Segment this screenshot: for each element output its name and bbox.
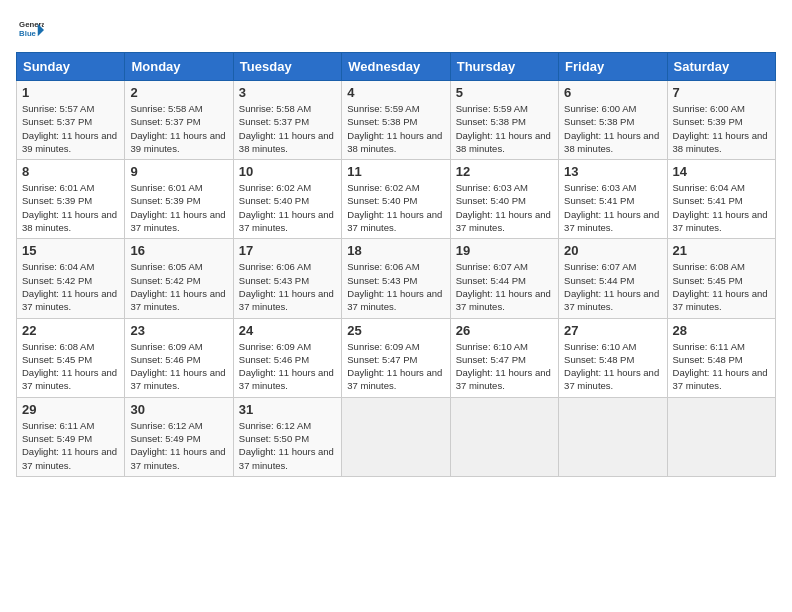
day-info: Sunrise: 6:00 AMSunset: 5:38 PMDaylight:…: [564, 102, 661, 155]
calendar-week-4: 22Sunrise: 6:08 AMSunset: 5:45 PMDayligh…: [17, 318, 776, 397]
calendar-cell: 5Sunrise: 5:59 AMSunset: 5:38 PMDaylight…: [450, 81, 558, 160]
day-number: 6: [564, 85, 661, 100]
day-number: 17: [239, 243, 336, 258]
day-number: 20: [564, 243, 661, 258]
day-info: Sunrise: 6:09 AMSunset: 5:46 PMDaylight:…: [239, 340, 336, 393]
day-number: 26: [456, 323, 553, 338]
weekday-header-sunday: Sunday: [17, 53, 125, 81]
day-info: Sunrise: 6:03 AMSunset: 5:40 PMDaylight:…: [456, 181, 553, 234]
day-number: 4: [347, 85, 444, 100]
day-info: Sunrise: 6:10 AMSunset: 5:48 PMDaylight:…: [564, 340, 661, 393]
day-number: 22: [22, 323, 119, 338]
day-number: 8: [22, 164, 119, 179]
day-number: 31: [239, 402, 336, 417]
calendar-cell: 18Sunrise: 6:06 AMSunset: 5:43 PMDayligh…: [342, 239, 450, 318]
weekday-header-tuesday: Tuesday: [233, 53, 341, 81]
calendar-cell: 4Sunrise: 5:59 AMSunset: 5:38 PMDaylight…: [342, 81, 450, 160]
day-number: 25: [347, 323, 444, 338]
day-number: 5: [456, 85, 553, 100]
day-number: 9: [130, 164, 227, 179]
day-info: Sunrise: 6:01 AMSunset: 5:39 PMDaylight:…: [22, 181, 119, 234]
logo-icon: General Blue: [16, 16, 44, 44]
day-info: Sunrise: 5:59 AMSunset: 5:38 PMDaylight:…: [347, 102, 444, 155]
day-info: Sunrise: 6:12 AMSunset: 5:49 PMDaylight:…: [130, 419, 227, 472]
calendar-cell: 28Sunrise: 6:11 AMSunset: 5:48 PMDayligh…: [667, 318, 775, 397]
day-number: 7: [673, 85, 770, 100]
day-info: Sunrise: 5:58 AMSunset: 5:37 PMDaylight:…: [239, 102, 336, 155]
calendar-cell: 20Sunrise: 6:07 AMSunset: 5:44 PMDayligh…: [559, 239, 667, 318]
day-number: 10: [239, 164, 336, 179]
day-info: Sunrise: 6:10 AMSunset: 5:47 PMDaylight:…: [456, 340, 553, 393]
day-number: 15: [22, 243, 119, 258]
page-header: General Blue: [16, 16, 776, 44]
calendar-cell: 30Sunrise: 6:12 AMSunset: 5:49 PMDayligh…: [125, 397, 233, 476]
day-number: 2: [130, 85, 227, 100]
calendar-cell: 14Sunrise: 6:04 AMSunset: 5:41 PMDayligh…: [667, 160, 775, 239]
day-info: Sunrise: 6:02 AMSunset: 5:40 PMDaylight:…: [347, 181, 444, 234]
calendar-cell: [342, 397, 450, 476]
day-number: 30: [130, 402, 227, 417]
day-info: Sunrise: 6:11 AMSunset: 5:48 PMDaylight:…: [673, 340, 770, 393]
day-info: Sunrise: 6:00 AMSunset: 5:39 PMDaylight:…: [673, 102, 770, 155]
calendar-cell: 25Sunrise: 6:09 AMSunset: 5:47 PMDayligh…: [342, 318, 450, 397]
day-info: Sunrise: 6:02 AMSunset: 5:40 PMDaylight:…: [239, 181, 336, 234]
day-number: 3: [239, 85, 336, 100]
day-number: 23: [130, 323, 227, 338]
calendar-table: SundayMondayTuesdayWednesdayThursdayFrid…: [16, 52, 776, 477]
calendar-cell: 1Sunrise: 5:57 AMSunset: 5:37 PMDaylight…: [17, 81, 125, 160]
day-info: Sunrise: 6:06 AMSunset: 5:43 PMDaylight:…: [239, 260, 336, 313]
day-number: 21: [673, 243, 770, 258]
day-number: 28: [673, 323, 770, 338]
svg-text:Blue: Blue: [19, 29, 37, 38]
calendar-cell: 21Sunrise: 6:08 AMSunset: 5:45 PMDayligh…: [667, 239, 775, 318]
weekday-header-monday: Monday: [125, 53, 233, 81]
calendar-cell: 11Sunrise: 6:02 AMSunset: 5:40 PMDayligh…: [342, 160, 450, 239]
weekday-header-wednesday: Wednesday: [342, 53, 450, 81]
day-info: Sunrise: 6:08 AMSunset: 5:45 PMDaylight:…: [673, 260, 770, 313]
day-number: 16: [130, 243, 227, 258]
calendar-cell: 15Sunrise: 6:04 AMSunset: 5:42 PMDayligh…: [17, 239, 125, 318]
day-number: 1: [22, 85, 119, 100]
day-info: Sunrise: 6:12 AMSunset: 5:50 PMDaylight:…: [239, 419, 336, 472]
day-info: Sunrise: 6:11 AMSunset: 5:49 PMDaylight:…: [22, 419, 119, 472]
calendar-week-1: 1Sunrise: 5:57 AMSunset: 5:37 PMDaylight…: [17, 81, 776, 160]
calendar-week-2: 8Sunrise: 6:01 AMSunset: 5:39 PMDaylight…: [17, 160, 776, 239]
day-info: Sunrise: 6:05 AMSunset: 5:42 PMDaylight:…: [130, 260, 227, 313]
day-info: Sunrise: 6:01 AMSunset: 5:39 PMDaylight:…: [130, 181, 227, 234]
calendar-cell: 26Sunrise: 6:10 AMSunset: 5:47 PMDayligh…: [450, 318, 558, 397]
day-info: Sunrise: 5:59 AMSunset: 5:38 PMDaylight:…: [456, 102, 553, 155]
calendar-cell: 23Sunrise: 6:09 AMSunset: 5:46 PMDayligh…: [125, 318, 233, 397]
day-info: Sunrise: 5:57 AMSunset: 5:37 PMDaylight:…: [22, 102, 119, 155]
calendar-cell: 8Sunrise: 6:01 AMSunset: 5:39 PMDaylight…: [17, 160, 125, 239]
calendar-cell: [559, 397, 667, 476]
day-number: 13: [564, 164, 661, 179]
day-info: Sunrise: 6:06 AMSunset: 5:43 PMDaylight:…: [347, 260, 444, 313]
weekday-header-saturday: Saturday: [667, 53, 775, 81]
day-info: Sunrise: 6:08 AMSunset: 5:45 PMDaylight:…: [22, 340, 119, 393]
day-number: 11: [347, 164, 444, 179]
calendar-cell: 2Sunrise: 5:58 AMSunset: 5:37 PMDaylight…: [125, 81, 233, 160]
day-info: Sunrise: 5:58 AMSunset: 5:37 PMDaylight:…: [130, 102, 227, 155]
day-number: 18: [347, 243, 444, 258]
calendar-cell: 7Sunrise: 6:00 AMSunset: 5:39 PMDaylight…: [667, 81, 775, 160]
day-info: Sunrise: 6:07 AMSunset: 5:44 PMDaylight:…: [456, 260, 553, 313]
day-info: Sunrise: 6:04 AMSunset: 5:41 PMDaylight:…: [673, 181, 770, 234]
day-number: 24: [239, 323, 336, 338]
calendar-cell: 12Sunrise: 6:03 AMSunset: 5:40 PMDayligh…: [450, 160, 558, 239]
calendar-week-3: 15Sunrise: 6:04 AMSunset: 5:42 PMDayligh…: [17, 239, 776, 318]
weekday-header-thursday: Thursday: [450, 53, 558, 81]
day-number: 14: [673, 164, 770, 179]
day-number: 27: [564, 323, 661, 338]
calendar-cell: 16Sunrise: 6:05 AMSunset: 5:42 PMDayligh…: [125, 239, 233, 318]
logo: General Blue: [16, 16, 46, 44]
calendar-cell: 6Sunrise: 6:00 AMSunset: 5:38 PMDaylight…: [559, 81, 667, 160]
day-number: 29: [22, 402, 119, 417]
calendar-cell: 17Sunrise: 6:06 AMSunset: 5:43 PMDayligh…: [233, 239, 341, 318]
day-info: Sunrise: 6:09 AMSunset: 5:47 PMDaylight:…: [347, 340, 444, 393]
day-info: Sunrise: 6:03 AMSunset: 5:41 PMDaylight:…: [564, 181, 661, 234]
calendar-cell: 22Sunrise: 6:08 AMSunset: 5:45 PMDayligh…: [17, 318, 125, 397]
day-number: 12: [456, 164, 553, 179]
calendar-cell: 3Sunrise: 5:58 AMSunset: 5:37 PMDaylight…: [233, 81, 341, 160]
day-info: Sunrise: 6:07 AMSunset: 5:44 PMDaylight:…: [564, 260, 661, 313]
calendar-cell: 19Sunrise: 6:07 AMSunset: 5:44 PMDayligh…: [450, 239, 558, 318]
